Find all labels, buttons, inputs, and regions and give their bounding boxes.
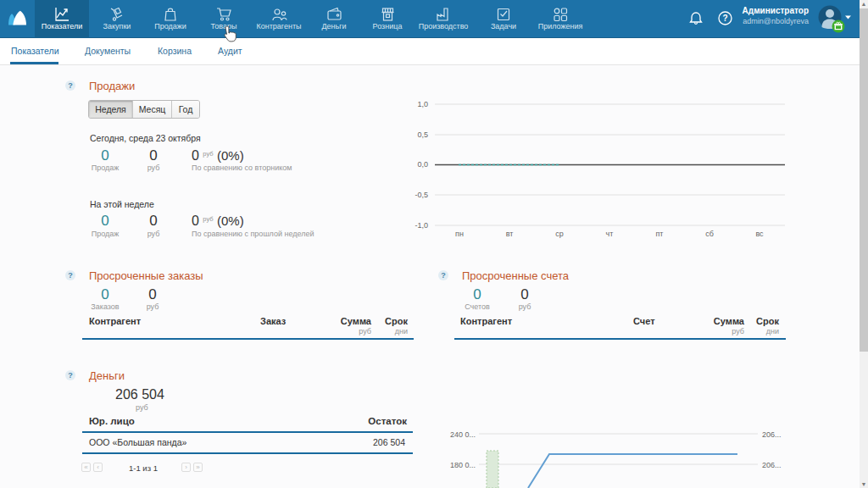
svg-text:вт: вт: [506, 230, 514, 238]
svg-text:0,0: 0,0: [417, 160, 428, 169]
svg-text:240 0...: 240 0...: [450, 430, 476, 439]
svg-text:-0,5: -0,5: [415, 191, 428, 199]
svg-text:180 0...: 180 0...: [450, 461, 476, 469]
svg-text:сб: сб: [705, 230, 714, 238]
svg-text:чт: чт: [606, 230, 614, 238]
svg-text:ср: ср: [555, 230, 564, 238]
svg-text:?: ?: [722, 14, 727, 23]
svg-text:пн: пн: [455, 230, 464, 238]
svg-text:0,5: 0,5: [417, 130, 428, 139]
svg-text:вс: вс: [755, 230, 764, 238]
svg-text:206...: 206...: [762, 461, 782, 469]
svg-text:1,0: 1,0: [417, 100, 428, 108]
svg-text:-1,0: -1,0: [415, 221, 428, 230]
svg-text:206...: 206...: [762, 430, 782, 439]
svg-text:пт: пт: [656, 230, 664, 238]
